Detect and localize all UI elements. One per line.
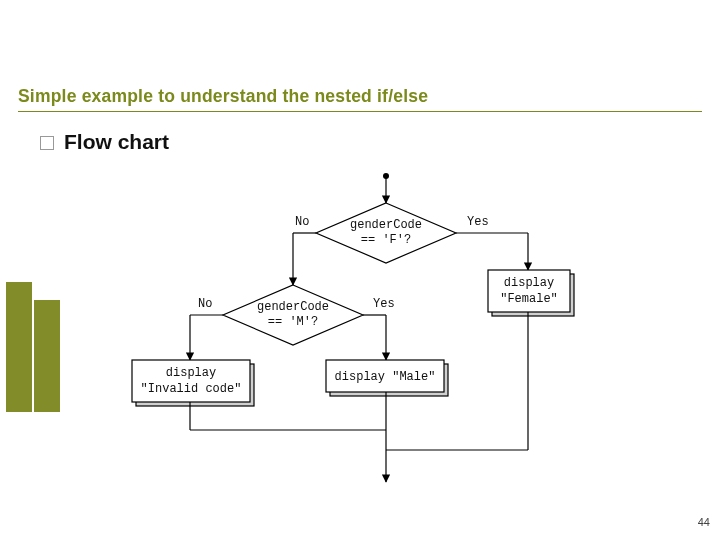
edge-d1-no-label: No xyxy=(295,215,309,229)
process-female-line2: "Female" xyxy=(500,292,558,306)
slide-title: Simple example to understand the nested … xyxy=(18,86,428,107)
decision-gender-f-line1: genderCode xyxy=(350,218,422,232)
process-female-line1: display xyxy=(504,276,554,290)
decision-gender-m-line1: genderCode xyxy=(257,300,329,314)
flowchart: genderCode == 'F'? Yes No genderCode == … xyxy=(130,170,610,510)
slide-subtitle: Flow chart xyxy=(64,130,169,154)
edge-d1-yes-label: Yes xyxy=(467,215,489,229)
edge-d2-yes-label: Yes xyxy=(373,297,395,311)
decor-bar-2 xyxy=(34,300,60,412)
process-male-line1: display "Male" xyxy=(335,370,436,384)
decision-gender-m-line2: == 'M'? xyxy=(268,315,318,329)
process-invalid-line1: display xyxy=(166,366,216,380)
bullet-icon xyxy=(40,136,54,150)
decision-gender-f-line2: == 'F'? xyxy=(361,233,411,247)
title-underline xyxy=(18,111,702,112)
edge-d2-no-label: No xyxy=(198,297,212,311)
page-number: 44 xyxy=(698,516,710,528)
process-invalid-line2: "Invalid code" xyxy=(141,382,242,396)
decor-bar-1 xyxy=(6,282,32,412)
